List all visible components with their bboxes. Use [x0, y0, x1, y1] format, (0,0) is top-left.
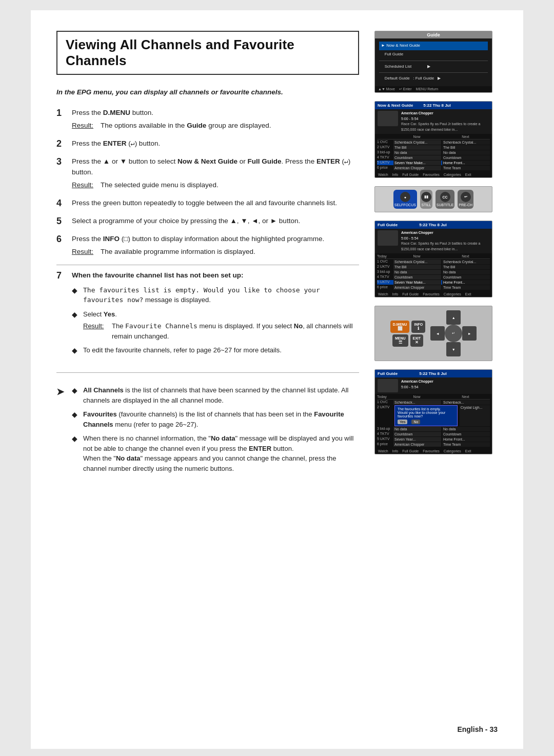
- step-6-text: Press the INFO (□) button to display inf…: [72, 235, 324, 243]
- step-3-num: 3: [56, 156, 67, 167]
- screen-2: Now & Next Guide 5:22 Thu 8 Jul American…: [374, 101, 492, 178]
- epg-row-s6-2: 2 UKTV The favourites list is empty. Wou…: [377, 405, 490, 426]
- menu-button: MENU☰: [392, 334, 408, 347]
- screen-3: ● SELFFOCUS ▮▮ STILL CC SUBTITLE ↩ PRE-C…: [374, 186, 492, 212]
- step-7: 7 When the favourite channel list has no…: [56, 270, 359, 360]
- step-3-text: Press the ▲ or ▼ button to select Now & …: [72, 157, 350, 176]
- step-1-result: The options available in the Guide group…: [101, 121, 271, 131]
- epg-row-1: 1 OVCSchenback Crystal...Schenback Cryst…: [377, 140, 490, 145]
- screen-4-epg-grid: Today Now Next 1 OVCSchenback Crystal...…: [375, 253, 492, 291]
- dpad-center-enter: ↵: [445, 325, 462, 342]
- screen-4-header: Full Guide 5:22 Thu 8 Jul: [375, 221, 492, 229]
- step-2-content: Press the ENTER (↵) button.: [72, 138, 359, 149]
- epg-row-s6-3: 3 bid-upNo dataNo data: [377, 427, 490, 431]
- arrow-note-1: ➤ ◆ All Channels is the list of channels…: [56, 385, 359, 478]
- dpad-down: ▼: [446, 342, 461, 356]
- result-label-1: Result:: [72, 121, 95, 131]
- epg-row-s6-4: 4 TKTVCountdownCountdown: [377, 432, 490, 436]
- dialog-no[interactable]: No: [411, 420, 420, 424]
- step-7-block: 7 When the favourite channel list has no…: [56, 265, 359, 373]
- step-4-text: Press the green button repeatedly to tog…: [72, 199, 337, 207]
- step-7-content: When the favourite channel list has not …: [72, 270, 359, 360]
- screen-6-footer: WatchInfoFull GuideFavouritesCategoriesE…: [375, 448, 492, 454]
- screen-2-footer: WatchInfoFull GuideFavouritesCategoriesE…: [375, 172, 492, 177]
- prech-btn: ↩ PRE-CH: [458, 190, 473, 209]
- favourites-dialog: The favourites list is empty. Would you …: [394, 405, 458, 426]
- step-4: 4 Press the green button repeatedly to t…: [56, 198, 359, 209]
- screen-5: D.MENU⬜ INFOℹ MENU☰ EXIT✕ ▲ ▼ ◄ ► ↵: [374, 306, 492, 361]
- step-2-num: 2: [56, 138, 67, 149]
- info-button: INFOℹ: [411, 321, 425, 333]
- menu-item-scheduled: Scheduled List ▶: [379, 63, 488, 71]
- dpad-right: ►: [462, 326, 477, 341]
- result-label-6: Result:: [72, 247, 95, 257]
- screen-5-buttons: D.MENU⬜ INFOℹ MENU☰ EXIT✕ ▲ ▼ ◄ ► ↵: [379, 310, 488, 356]
- dpad-up: ▲: [446, 310, 461, 325]
- dialog-yes[interactable]: Yes: [398, 420, 407, 424]
- screen-6-header: Full Guide 5:22 Thu 8 Jul: [375, 370, 492, 377]
- step-7-result: The Favourite Channels menu is displayed…: [112, 321, 359, 341]
- left-column: Viewing All Channels and Favourite Chann…: [56, 31, 359, 728]
- step-7-bullet-1: ◆ The favourites list is empty. Would yo…: [72, 285, 359, 305]
- step-5-content: Select a programme of your choice by pre…: [72, 216, 359, 227]
- dpad: ▲ ▼ ◄ ► ↵: [430, 310, 477, 356]
- exit-button: EXIT✕: [410, 334, 424, 347]
- screen-6-thumbnail: [378, 379, 398, 392]
- epg-row-5: 5 UKTVSeven Year Make...Home Front...: [377, 161, 490, 165]
- screen-6: Full Guide 5:22 Thu 8 Jul American Chopp…: [374, 369, 492, 454]
- epg-row-6: 6 priceAmerican ChopperTime Team: [377, 166, 490, 170]
- step-3-content: Press the ▲ or ▼ button to select Now & …: [72, 156, 359, 191]
- dpad-left: ◄: [430, 326, 445, 341]
- step-2-text: Press the ENTER (↵) button.: [72, 140, 160, 147]
- screen-4-footer: WatchInfoFull GuideFavouritesCategoriesE…: [375, 291, 492, 297]
- screen-6-epg-with-dialog: Today Now Next 1 OVCSchenback...Schenbac…: [375, 394, 492, 448]
- page-footer: English - 33: [457, 725, 498, 733]
- epg-row-s4-5: 5 UKTVSeven Year Make...Home Front...: [377, 280, 490, 285]
- screen-1: Guide ► Now & Next Guide Full Guide Sche…: [374, 31, 492, 93]
- screen-divider-2: [379, 72, 488, 73]
- screen-divider-1: [379, 61, 488, 61]
- screen-4-thumbnail: [378, 230, 398, 246]
- step-4-num: 4: [56, 198, 67, 209]
- epg-row-s4-1: 1 OVCSchenback Crystal...Schenback Cryst…: [377, 260, 490, 264]
- subtitle-btn: CC SUBTITLE: [436, 190, 454, 209]
- epg-row-s4-4: 4 TKTVCountdownCountdown: [377, 275, 490, 280]
- screen-2-program-info: American Chopper 5:00 - 5:54 Race Car. S…: [375, 109, 492, 134]
- screen-4-program-info: American Chopper 5:00 - 5:54 Race Car. S…: [375, 229, 492, 253]
- step-2: 2 Press the ENTER (↵) button.: [56, 138, 359, 149]
- selffocus-btn: ● SELFFOCUS: [393, 190, 417, 209]
- epg-row-s4-2: 2 UKTVThe BillThe Bill: [377, 265, 490, 269]
- result-label-3: Result:: [72, 180, 95, 191]
- step-1-num: 1: [56, 108, 67, 118]
- screen-4: Full Guide 5:22 Thu 8 Jul American Chopp…: [374, 221, 492, 297]
- epg-row-s4-3: 3 bid-upNo dataNo data: [377, 270, 490, 274]
- menu-item-full-guide: Full Guide: [379, 50, 488, 59]
- screen-1-title: Guide: [375, 31, 492, 38]
- epg-row-s6-1: 1 OVCSchenback...Schenback...: [377, 400, 490, 405]
- dmenu-button: D.MENU⬜: [390, 321, 410, 333]
- result-label-7: Result:: [83, 321, 107, 341]
- screen-2-thumbnail: [378, 111, 398, 126]
- step-5-text: Select a programme of your choice by pre…: [72, 217, 300, 225]
- still-btn: ▮▮ STILL: [420, 190, 432, 209]
- step-1-text: Press the D.MENU button.: [72, 109, 153, 116]
- screen-3-buttons: ● SELFFOCUS ▮▮ STILL CC SUBTITLE ↩ PRE-C…: [378, 190, 489, 209]
- intro-text: In the EPG menu, you can display all cha…: [56, 87, 359, 97]
- epg-row-3: 3 bid-upNo dataNo data: [377, 150, 490, 155]
- step-6: 6 Press the INFO (□) button to display i…: [56, 234, 359, 257]
- step-6-content: Press the INFO (□) button to display inf…: [72, 234, 359, 257]
- step-6-result: The available programme information is d…: [101, 247, 255, 257]
- step-1: 1 Press the D.MENU button. Result: The o…: [56, 108, 359, 131]
- step-3-result: The selected guide menu is displayed.: [101, 180, 219, 191]
- page-container: Viewing All Channels and Favourite Chann…: [31, 10, 523, 749]
- epg-row-s6-5: 5 UKTVSeven Year...Home Front...: [377, 437, 490, 442]
- step-5: 5 Select a programme of your choice by p…: [56, 216, 359, 227]
- step-7-bullet-3: ◆ To edit the favourite channels, refer …: [72, 345, 359, 356]
- dmenu-cluster: D.MENU⬜ INFOℹ MENU☰ EXIT✕: [390, 321, 425, 347]
- epg-row-s4-6: 6 priceAmerican ChopperTime Team: [377, 285, 490, 290]
- screen-1-footer: ▲▼ Move ↵ Enter MENU Return: [375, 86, 492, 92]
- epg-row-2: 2 UKTVThe BillThe Bill: [377, 145, 490, 150]
- step-7-heading: When the favourite channel list has not …: [72, 271, 244, 279]
- screen-2-header: Now & Next Guide 5:22 Thu 8 Jul: [375, 102, 492, 109]
- arrow-notes-block: ➤ ◆ All Channels is the list of channels…: [56, 380, 359, 478]
